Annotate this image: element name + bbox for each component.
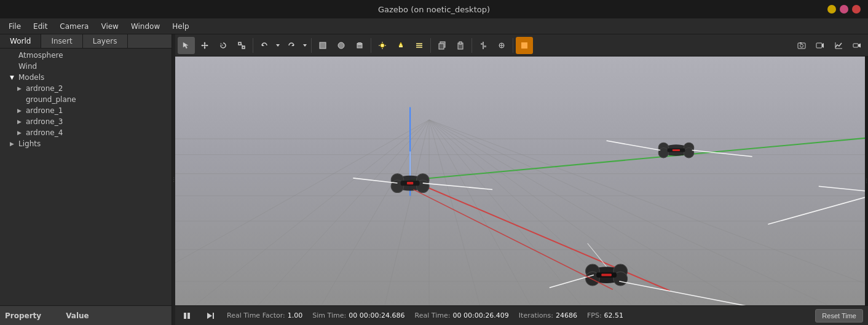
- menu-window[interactable]: Window: [126, 21, 165, 32]
- undo-dropdown-button[interactable]: [274, 37, 282, 54]
- svg-marker-3: [204, 47, 206, 49]
- tab-layers[interactable]: Layers: [83, 34, 128, 48]
- translate-button[interactable]: [196, 37, 213, 54]
- tree-label-wind: Wind: [18, 62, 37, 71]
- svg-rect-42: [816, 43, 822, 48]
- svg-rect-114: [187, 313, 190, 319]
- tree-content: Atmosphere Wind ▼ Models ▶ ardrone_2: [0, 49, 172, 305]
- pointlight-button[interactable]: [374, 37, 391, 54]
- plot-button[interactable]: [830, 37, 847, 54]
- redo-button[interactable]: [283, 37, 300, 54]
- svg-rect-33: [481, 43, 483, 45]
- property-col: Property: [5, 311, 41, 320]
- scale-button[interactable]: [233, 37, 250, 54]
- real-time-label: Real Time:: [415, 311, 451, 319]
- viewport-area: ⋮ Real Time Factor: 1.00 Sim Ti: [175, 34, 868, 325]
- spotlight-button[interactable]: [392, 37, 409, 54]
- screenshot-button[interactable]: [793, 37, 810, 54]
- window-title: Gazebo (on noetic_desktop): [378, 5, 490, 14]
- tree-item-groundplane[interactable]: ground_plane: [0, 94, 172, 105]
- snap-button[interactable]: [493, 37, 510, 54]
- svg-marker-13: [303, 44, 307, 47]
- dirlight-button[interactable]: [411, 37, 428, 54]
- fps-value: 62.51: [604, 311, 624, 319]
- menu-file[interactable]: File: [4, 21, 26, 32]
- tree-item-ardrone1[interactable]: ▶ ardrone_1: [0, 105, 172, 116]
- svg-point-87: [658, 147, 668, 157]
- orange-shape-button[interactable]: [516, 37, 533, 54]
- tree-item-ardrone3[interactable]: ▶ ardrone_3: [0, 116, 172, 127]
- tree-item-wind[interactable]: Wind: [0, 61, 172, 72]
- step-button[interactable]: [203, 309, 217, 323]
- menu-view[interactable]: View: [96, 21, 123, 32]
- tab-world[interactable]: World: [0, 34, 41, 48]
- iterations-label: Iterations:: [519, 311, 553, 319]
- copy-button[interactable]: [433, 37, 451, 54]
- tree-item-lights[interactable]: ▶ Lights: [0, 138, 172, 149]
- svg-point-40: [800, 44, 803, 47]
- maximize-btn[interactable]: [840, 5, 848, 14]
- svg-rect-38: [521, 42, 527, 49]
- sep3: [371, 38, 371, 53]
- tree-arrow: ▶: [17, 85, 23, 92]
- box-button[interactable]: [314, 37, 331, 54]
- tab-insert[interactable]: Insert: [41, 34, 82, 48]
- viewport-resize-handle[interactable]: ⋮: [865, 57, 868, 305]
- sphere-button[interactable]: [333, 37, 350, 54]
- tree-arrow: ▶: [17, 130, 23, 136]
- select-button[interactable]: [178, 37, 195, 54]
- tree-item-atmosphere[interactable]: Atmosphere: [0, 50, 172, 61]
- svg-point-18: [381, 44, 384, 47]
- redo-dropdown-button[interactable]: [301, 37, 309, 54]
- rotate-button[interactable]: [215, 37, 232, 54]
- tree-item-ardrone4[interactable]: ▶ ardrone_4: [0, 127, 172, 138]
- toolbar: [175, 34, 868, 57]
- close-btn[interactable]: [852, 5, 861, 14]
- tree-label-ardrone2: ardrone_2: [26, 84, 63, 93]
- fps-field: FPS: 62.51: [587, 311, 623, 319]
- tree-arrow: ▶: [17, 119, 23, 125]
- tree-arrow: ▶: [17, 108, 23, 114]
- menu-help[interactable]: Help: [167, 21, 194, 32]
- real-time-field: Real Time: 00 00:00:26.409: [415, 311, 509, 319]
- value-col: Value: [66, 311, 89, 320]
- sim-time-field: Sim Time: 00 00:00:24.686: [312, 311, 404, 319]
- tree-label-ardrone4: ardrone_4: [26, 128, 63, 137]
- real-time-value: 00 00:00:26.409: [452, 311, 508, 319]
- property-panel: Property Value: [0, 305, 172, 325]
- viewport[interactable]: ⋮: [175, 57, 868, 305]
- tree-label-ardrone1: ardrone_1: [26, 106, 63, 115]
- svg-marker-115: [207, 313, 212, 319]
- minimize-btn[interactable]: [827, 5, 836, 14]
- align-button[interactable]: [475, 37, 492, 54]
- sep2: [311, 38, 312, 53]
- svg-marker-47: [858, 43, 861, 47]
- svg-rect-7: [239, 42, 241, 45]
- real-time-factor-value: 1.00: [288, 311, 303, 319]
- reset-time-button[interactable]: Reset Time: [815, 309, 863, 323]
- menu-edit[interactable]: Edit: [28, 21, 52, 32]
- tree-item-ardrone2[interactable]: ▶ ardrone_2: [0, 83, 172, 94]
- tree-arrow: ▼: [10, 74, 16, 80]
- undo-button[interactable]: [256, 37, 273, 54]
- tree-item-models[interactable]: ▼ Models: [0, 72, 172, 83]
- sim-time-label: Sim Time:: [312, 311, 346, 319]
- tree-arrow: ▶: [10, 141, 16, 147]
- cylinder-button[interactable]: [351, 37, 368, 54]
- svg-marker-23: [399, 42, 403, 46]
- window-controls: [827, 5, 861, 14]
- menu-camera[interactable]: Camera: [55, 21, 93, 32]
- svg-marker-5: [207, 44, 208, 46]
- video-button[interactable]: [848, 37, 866, 54]
- sep5: [471, 38, 472, 53]
- record-button[interactable]: [811, 37, 829, 54]
- pause-button[interactable]: [180, 309, 194, 323]
- tree-label-ardrone3: ardrone_3: [26, 117, 63, 126]
- tree-label-lights: Lights: [18, 139, 41, 148]
- main-layout: World Insert Layers Atmosphere Wind ▼ Mo…: [0, 34, 868, 325]
- svg-rect-80: [407, 182, 413, 184]
- svg-marker-11: [276, 44, 280, 47]
- titlebar: Gazebo (on noetic_desktop): [0, 0, 868, 18]
- paste-button[interactable]: [452, 37, 469, 54]
- svg-rect-113: [184, 313, 186, 319]
